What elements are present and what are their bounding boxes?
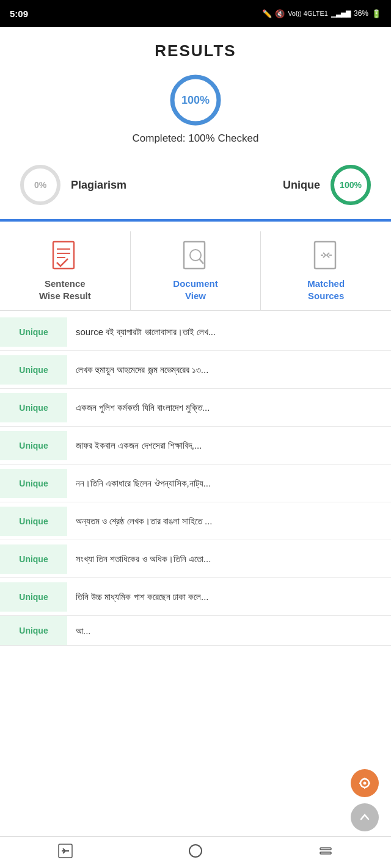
document-icon xyxy=(180,240,211,273)
tab-sentence[interactable]: SentenceWise Result xyxy=(0,231,131,310)
results-list: Unique source বই ব্যাপারটা ভালোবাসার।তাই… xyxy=(0,313,391,646)
nav-home-button[interactable] xyxy=(172,837,219,868)
progress-circle-container: 100% xyxy=(0,67,391,132)
tab-document-label: DocumentView xyxy=(173,278,217,302)
unique-label: Unique xyxy=(283,179,320,192)
status-time: 5:09 xyxy=(10,9,28,19)
result-row: Unique নন।তিনি একাধারে ছিলেন ঔপন্যাসিক,ন… xyxy=(0,465,391,502)
result-text-8: আ... xyxy=(67,617,391,645)
result-row: Unique লেখক হুমায়ুন আহমেদের জন্ম নভেম্ব… xyxy=(0,351,391,389)
result-text-1: লেখক হুমায়ুন আহমেদের জন্ম নভেম্বরের ১৩.… xyxy=(67,356,391,383)
stats-row: 0% Plagiarism Unique 100% xyxy=(0,157,391,219)
svg-rect-5 xyxy=(53,242,74,269)
result-text-5: অন্যতম ও শ্রেষ্ঠ লেখক।তার বাঙলা সাহিতে .… xyxy=(67,507,391,535)
main-content: RESULTS 100% Completed: 100% Checked 0% … xyxy=(0,27,391,707)
plagiarism-stat: 0% Plagiarism xyxy=(18,163,126,207)
svg-rect-27 xyxy=(320,852,331,854)
result-row: Unique অন্যতম ও শ্রেষ্ঠ লেখক।তার বাঙলা স… xyxy=(0,502,391,540)
result-row: Unique জাফর ইকবাল একজন দেশসেরা শিক্ষাবিদ… xyxy=(0,427,391,465)
result-badge-3: Unique xyxy=(0,431,67,460)
signal-icon: Vol)) 4GLTE1 xyxy=(288,10,328,17)
nav-back-button[interactable] xyxy=(42,837,89,868)
status-icons: ✏️ 🔇 Vol)) 4GLTE1 ▁▃▅▇ 36% 🔋 xyxy=(262,9,381,18)
result-text-6: সংখ্যা তিন শতাধিকের ও অধিক।তিনি এতো... xyxy=(67,545,391,573)
result-row: Unique সংখ্যা তিন শতাধিকের ও অধিক।তিনি এ… xyxy=(0,540,391,578)
nav-menu-button[interactable] xyxy=(302,837,349,868)
result-text-3: জাফর ইকবাল একজন দেশসেরা শিক্ষাবিদ,... xyxy=(67,432,391,459)
plagiarism-label: Plagiarism xyxy=(71,179,126,192)
fab-area xyxy=(351,769,379,831)
result-badge-8: Unique xyxy=(0,616,67,645)
progress-divider xyxy=(0,219,391,222)
battery-text: 36% xyxy=(354,9,368,18)
tab-document[interactable]: DocumentView xyxy=(131,231,261,310)
result-row: Unique আ... xyxy=(0,616,391,646)
unique-value: 100% xyxy=(340,180,362,190)
result-badge-1: Unique xyxy=(0,355,67,385)
result-badge-7: Unique xyxy=(0,582,67,612)
result-badge-5: Unique xyxy=(0,507,67,536)
fab-main-button[interactable] xyxy=(351,769,379,797)
result-badge-0: Unique xyxy=(0,317,67,347)
fab-up-button[interactable] xyxy=(351,803,379,831)
result-row: Unique source বই ব্যাপারটা ভালোবাসার।তাই… xyxy=(0,313,391,351)
battery-icon: 🔋 xyxy=(371,9,381,18)
status-bar: 5:09 ✏️ 🔇 Vol)) 4GLTE1 ▁▃▅▇ 36% 🔋 xyxy=(0,0,391,27)
result-row: Unique তিনি উচ্চ মাধ্যমিক পাশ করেছেন ঢাক… xyxy=(0,578,391,616)
progress-percent: 100% xyxy=(181,94,210,107)
progress-circle: 100% xyxy=(168,73,223,128)
nav-bar xyxy=(0,836,391,868)
tab-matched[interactable]: MatchedSources xyxy=(261,231,391,310)
plagiarism-value: 0% xyxy=(34,180,46,190)
tab-sentence-label: SentenceWise Result xyxy=(39,278,91,302)
result-text-4: নন।তিনি একাধারে ছিলেন ঔপন্যাসিক,নাট্য... xyxy=(67,469,391,497)
result-text-7: তিনি উচ্চ মাধ্যমিক পাশ করেছেন ঢাকা কলে..… xyxy=(67,583,391,610)
mute-icon: 🔇 xyxy=(275,9,285,18)
unique-circle: 100% xyxy=(329,163,373,207)
svg-line-11 xyxy=(199,259,203,264)
result-text-0: source বই ব্যাপারটা ভালোবাসার।তাই লেখ... xyxy=(67,318,391,345)
plagiarism-circle: 0% xyxy=(18,163,62,207)
result-text-2: একজন পুলিশ কর্মকর্তা যিনি বাংলাদেশ মুক্ত… xyxy=(67,394,391,421)
tab-matched-label: MatchedSources xyxy=(307,278,345,302)
result-row: Unique একজন পুলিশ কর্মকর্তা যিনি বাংলাদে… xyxy=(0,389,391,427)
result-badge-2: Unique xyxy=(0,393,67,422)
signal-bars: ▁▃▅▇ xyxy=(331,10,351,18)
completed-text: Completed: 100% Checked xyxy=(0,132,391,157)
svg-point-16 xyxy=(364,782,367,785)
result-badge-4: Unique xyxy=(0,469,67,498)
page-title: RESULTS xyxy=(0,27,391,67)
sentence-icon xyxy=(49,240,80,273)
matched-icon xyxy=(311,240,342,273)
svg-rect-26 xyxy=(320,848,331,850)
edit-icon: ✏️ xyxy=(262,9,272,18)
unique-stat: Unique 100% xyxy=(283,163,373,207)
tabs-row: SentenceWise Result DocumentView xyxy=(0,231,391,311)
svg-point-25 xyxy=(189,845,202,857)
result-badge-6: Unique xyxy=(0,544,67,574)
